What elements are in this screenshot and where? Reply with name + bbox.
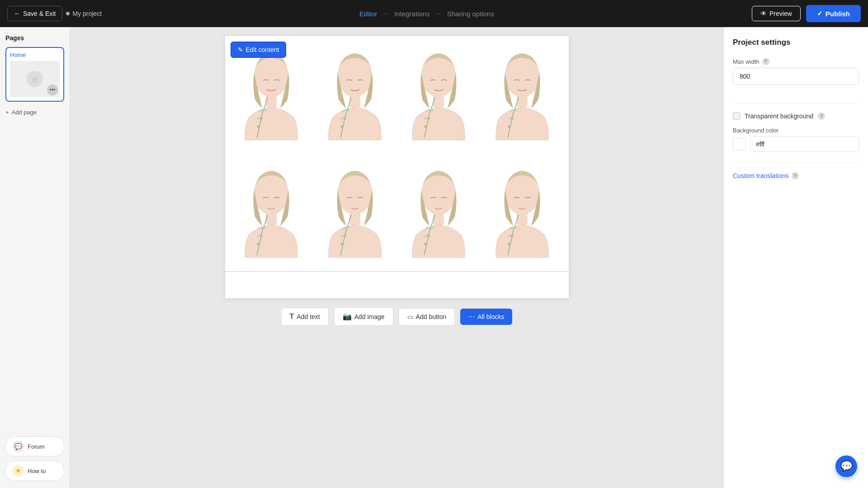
forum-label: Forum (28, 443, 45, 450)
sidebar: Pages Home ⌂ ••• + Add page 💬 Forum ☀ Ho… (0, 27, 70, 488)
color-swatch[interactable] (733, 138, 745, 150)
svg-rect-26 (349, 211, 360, 225)
max-width-input[interactable] (733, 68, 859, 85)
svg-point-9 (340, 125, 343, 128)
panel-divider-1 (733, 103, 859, 103)
preview-label: Preview (769, 10, 792, 17)
save-exit-button[interactable]: ← Save & Exit (7, 6, 62, 21)
all-blocks-label: All blocks (477, 313, 504, 320)
transparent-bg-row: Transparent background ? (733, 113, 859, 120)
add-button-label: Add button (416, 313, 447, 320)
dot-icon (66, 12, 70, 15)
chat-icon: 💬 (840, 460, 853, 472)
transparent-bg-checkbox[interactable] (733, 113, 740, 120)
svg-rect-11 (433, 94, 444, 108)
page-card-home[interactable]: Home ⌂ ••• (5, 47, 64, 102)
add-button-button[interactable]: ▭ Add button (399, 308, 455, 325)
step-editor[interactable]: Editor (359, 10, 377, 18)
button-icon: ▭ (407, 313, 413, 320)
svg-point-22 (263, 225, 266, 229)
svg-rect-36 (517, 211, 528, 225)
publish-button[interactable]: ✓ Publish (806, 5, 861, 22)
preview-button[interactable]: 👁 Preview (752, 6, 801, 21)
canvas-cell-7 (397, 158, 481, 267)
svg-point-19 (508, 125, 510, 128)
right-panel: Project settings Max width ? Transparent… (723, 27, 868, 488)
canvas-cell-3 (397, 41, 481, 149)
arrow-icon-2: → (435, 10, 442, 17)
svg-point-25 (338, 174, 372, 214)
nav-right: 👁 Preview ✓ Publish (752, 5, 861, 22)
panel-title: Project settings (733, 38, 859, 47)
text-icon: T (290, 313, 294, 321)
max-width-label: Max width ? (733, 58, 859, 65)
transparent-bg-help-icon[interactable]: ? (818, 113, 825, 120)
top-navigation: ← Save & Exit My project Editor → Integr… (0, 0, 868, 27)
plus-icon: + (5, 109, 9, 116)
max-width-text: Max width (733, 58, 760, 65)
panel-divider-2 (733, 163, 859, 163)
svg-point-34 (424, 243, 427, 245)
check-icon: ✓ (817, 9, 823, 18)
svg-point-2 (263, 108, 266, 112)
svg-point-14 (424, 125, 427, 128)
max-width-help-icon[interactable]: ? (762, 58, 769, 65)
canvas-area: ✎ Edit content (70, 27, 723, 488)
svg-point-29 (340, 243, 343, 245)
svg-rect-16 (517, 94, 528, 108)
svg-point-24 (257, 243, 259, 245)
canvas-grid-bottom (225, 154, 569, 271)
custom-translations-text: Custom translations (733, 172, 789, 179)
howto-icon: ☀ (12, 465, 24, 477)
add-page-button[interactable]: + Add page (5, 107, 64, 117)
howto-item[interactable]: ☀ How to (5, 461, 64, 481)
bg-color-input[interactable] (750, 136, 859, 152)
svg-point-30 (421, 174, 456, 214)
svg-point-32 (430, 225, 434, 229)
edit-content-label: Edit content (246, 46, 279, 53)
sidebar-bottom: 💬 Forum ☀ How to (5, 436, 64, 481)
page-thumbnail: ⌂ ••• (10, 61, 60, 97)
chat-button[interactable]: 💬 (835, 455, 857, 477)
pages-title: Pages (5, 34, 64, 42)
svg-rect-1 (266, 94, 277, 108)
forum-item[interactable]: 💬 Forum (5, 436, 64, 456)
step-sharing[interactable]: Sharing options (447, 10, 494, 18)
add-text-label: Add text (297, 313, 320, 320)
svg-point-12 (430, 108, 434, 112)
svg-rect-31 (433, 211, 444, 225)
canvas-container: ✎ Edit content (225, 36, 569, 298)
howto-label: How to (28, 468, 46, 474)
add-image-label: Add image (354, 313, 385, 320)
svg-point-37 (514, 225, 517, 229)
nav-left: ← Save & Exit My project (7, 6, 102, 21)
step-integrations[interactable]: Integrations (394, 10, 429, 18)
page-thumb-icon: ⌂ (27, 71, 43, 87)
forum-icon: 💬 (12, 441, 24, 452)
image-icon: 📷 (343, 312, 352, 321)
arrow-icon-1: → (382, 10, 389, 17)
custom-translations-help-icon[interactable]: ? (792, 172, 799, 179)
canvas-cell-6 (313, 158, 397, 267)
svg-point-17 (514, 108, 517, 112)
project-name: My project (66, 10, 102, 17)
publish-label: Publish (826, 10, 850, 18)
main-layout: Pages Home ⌂ ••• + Add page 💬 Forum ☀ Ho… (0, 27, 868, 488)
transparent-bg-label: Transparent background (745, 113, 813, 120)
custom-translations-link[interactable]: Custom translations ? (733, 172, 859, 179)
all-blocks-button[interactable]: ⋯ All blocks (460, 309, 512, 325)
svg-point-35 (505, 174, 539, 214)
svg-rect-6 (349, 94, 360, 108)
project-name-label: My project (72, 10, 102, 17)
edit-content-button[interactable]: ✎ Edit content (231, 42, 287, 58)
add-image-button[interactable]: 📷 Add image (334, 307, 393, 326)
add-text-button[interactable]: T Add text (281, 308, 329, 326)
svg-point-7 (346, 108, 350, 112)
page-more-button[interactable]: ••• (47, 84, 58, 95)
canvas-cell-4 (481, 41, 564, 149)
dots-icon: ⋯ (468, 313, 475, 320)
canvas-cell-5 (230, 158, 313, 267)
bg-color-text: Background color (733, 127, 778, 134)
svg-point-4 (257, 125, 259, 128)
add-page-label: Add page (12, 109, 37, 116)
